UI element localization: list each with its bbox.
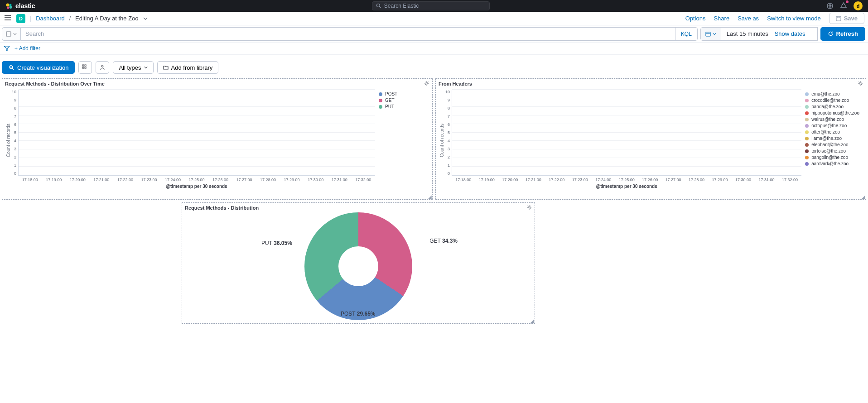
svg-rect-21 xyxy=(82,67,84,68)
save-button[interactable]: Save xyxy=(829,13,864,24)
save-icon xyxy=(836,16,841,21)
filter-bar: + Add filter xyxy=(0,43,868,55)
dashboard-grid: Request Methods - Distribution Over Time… xyxy=(0,78,868,324)
slice-label-put: PUT 36.05% xyxy=(261,240,292,246)
add-filter-link[interactable]: + Add filter xyxy=(14,45,40,52)
y-axis-label: Count of records xyxy=(5,90,12,191)
chevron-down-icon xyxy=(144,66,148,69)
resize-handle[interactable]: ◢ xyxy=(530,319,534,323)
refresh-icon xyxy=(828,31,834,37)
breadcrumb-separator: / xyxy=(69,15,71,22)
svg-rect-13 xyxy=(706,32,710,36)
date-range-display[interactable]: Last 15 minutes Show dates xyxy=(721,27,818,41)
text-button[interactable] xyxy=(96,61,109,74)
panel-title: Request Methods - Distribution xyxy=(185,205,259,211)
options-link[interactable]: Options xyxy=(685,15,706,22)
panel-title: From Headers xyxy=(439,81,472,86)
controls-button[interactable] xyxy=(78,61,92,74)
x-axis-ticks: 17:18:0017:19:0017:20:0017:21:0017:22:00… xyxy=(18,178,375,182)
elastic-logo[interactable]: elastic xyxy=(5,2,35,10)
svg-point-25 xyxy=(859,82,861,84)
svg-line-5 xyxy=(379,7,381,8)
svg-point-3 xyxy=(10,6,12,9)
svg-point-2 xyxy=(7,7,10,9)
svg-point-26 xyxy=(528,206,530,208)
global-search-placeholder: Search Elastic xyxy=(384,3,419,9)
calendar-icon xyxy=(705,31,711,37)
disk-icon xyxy=(6,31,11,37)
lens-icon xyxy=(8,64,14,71)
chart-legend[interactable]: emu@the.zoocrocodile@the.zoopanda@the.zo… xyxy=(801,90,863,191)
x-axis-ticks: 17:18:0017:19:0017:20:0017:21:0017:22:00… xyxy=(452,178,801,182)
brand-name: elastic xyxy=(15,2,35,10)
search-icon xyxy=(376,3,381,9)
save-as-link[interactable]: Save as xyxy=(738,15,759,22)
svg-rect-12 xyxy=(6,32,11,36)
panel-request-methods-dist[interactable]: Request Methods - Distribution GET 34.3%… xyxy=(182,202,535,324)
all-types-select[interactable]: All types xyxy=(113,61,153,74)
y-axis-label: Count of records xyxy=(439,90,445,191)
svg-point-24 xyxy=(426,82,428,84)
slice-label-get: GET 34.3% xyxy=(429,238,458,244)
saved-query-menu[interactable] xyxy=(2,27,21,41)
svg-point-1 xyxy=(10,4,12,6)
breadcrumb-current: Editing A Day at the Zoo xyxy=(75,15,138,22)
refresh-button[interactable]: Refresh xyxy=(820,27,865,41)
app-nav: D | Dashboard / Editing A Day at the Zoo… xyxy=(0,12,868,25)
chart-bars[interactable] xyxy=(18,90,375,176)
add-from-library-button[interactable]: Add from library xyxy=(157,61,219,74)
svg-rect-11 xyxy=(837,16,839,18)
dashboard-toolbar: Create visualization All types Add from … xyxy=(0,55,868,78)
svg-point-0 xyxy=(6,4,10,7)
y-axis-ticks: 109876543210 xyxy=(12,90,18,176)
gear-icon[interactable] xyxy=(858,81,863,87)
user-avatar[interactable]: d xyxy=(854,1,863,10)
chevron-down-icon xyxy=(13,32,17,36)
panel-from-headers[interactable]: From Headers Count of records 1098765432… xyxy=(435,78,866,200)
newsfeed-icon[interactable] xyxy=(826,2,834,10)
svg-rect-19 xyxy=(82,65,84,66)
folder-icon xyxy=(163,65,169,70)
svg-rect-22 xyxy=(85,67,86,68)
svg-rect-20 xyxy=(85,65,86,66)
x-axis-label: @timestamp per 30 seconds xyxy=(18,184,375,189)
query-bar: Search KQL Last 15 minutes Show dates Re… xyxy=(0,25,868,43)
chart-legend[interactable]: POSTGETPUT xyxy=(375,90,429,191)
donut-chart[interactable]: GET 34.3% POST 29.65% PUT 36.05% xyxy=(182,213,535,320)
create-visualization-button[interactable]: Create visualization xyxy=(2,61,75,74)
gear-icon[interactable] xyxy=(526,205,532,211)
y-axis-ticks: 109876543210 xyxy=(445,90,452,176)
global-header: elastic Search Elastic d xyxy=(0,0,868,12)
alerts-icon[interactable] xyxy=(840,2,847,10)
share-link[interactable]: Share xyxy=(714,15,729,22)
chart-bars[interactable] xyxy=(452,90,801,176)
filter-icon[interactable] xyxy=(4,45,10,52)
switch-view-link[interactable]: Switch to view mode xyxy=(767,15,821,22)
gear-icon[interactable] xyxy=(424,81,429,87)
x-axis-label: @timestamp per 30 seconds xyxy=(452,184,801,189)
query-input[interactable]: Search xyxy=(21,27,675,41)
space-selector[interactable]: D xyxy=(16,14,25,23)
show-dates-link[interactable]: Show dates xyxy=(768,30,812,37)
svg-line-16 xyxy=(12,68,14,70)
svg-point-23 xyxy=(101,65,103,67)
panel-title: Request Methods - Distribution Over Time xyxy=(5,81,105,86)
elastic-logo-icon xyxy=(5,2,13,10)
panel-request-methods-time[interactable]: Request Methods - Distribution Over Time… xyxy=(2,78,433,200)
resize-handle[interactable]: ◢ xyxy=(428,195,432,199)
resize-handle[interactable]: ◢ xyxy=(862,195,865,199)
date-quick-menu[interactable] xyxy=(700,27,721,41)
chevron-down-icon xyxy=(713,32,716,36)
slice-label-post: POST 29.65% xyxy=(341,311,376,317)
global-search[interactable]: Search Elastic xyxy=(372,1,490,10)
breadcrumb-root[interactable]: Dashboard xyxy=(36,15,65,22)
chevron-down-icon[interactable] xyxy=(143,16,148,21)
kql-toggle[interactable]: KQL xyxy=(675,27,698,41)
nav-toggle-icon[interactable] xyxy=(4,15,12,22)
svg-point-4 xyxy=(376,4,380,7)
